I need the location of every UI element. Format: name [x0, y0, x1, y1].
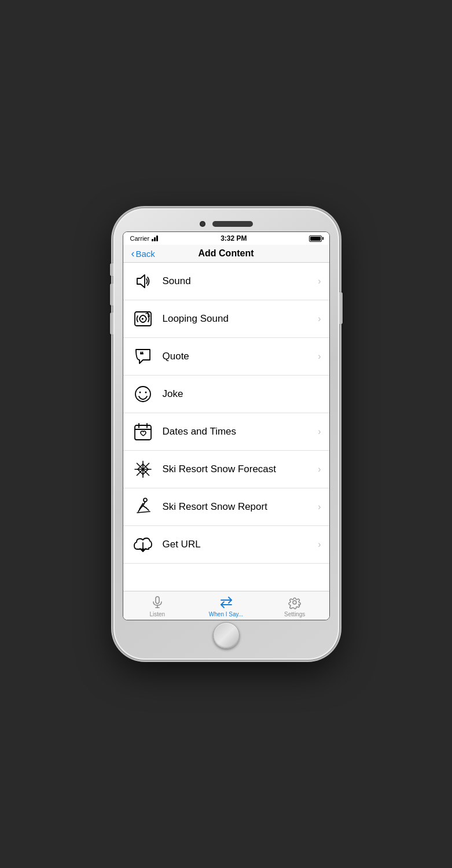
arrows-icon — [219, 595, 234, 610]
svg-rect-6 — [135, 425, 151, 440]
sound-label: Sound — [163, 275, 318, 287]
back-label: Back — [136, 249, 155, 259]
top-bar — [123, 218, 330, 231]
volume-up-button[interactable] — [110, 284, 113, 306]
content-list: Sound › Looping So — [123, 263, 329, 591]
ski-forecast-chevron: › — [318, 464, 321, 475]
tab-when-i-say-label: When I Say... — [209, 611, 243, 617]
page-title: Add Content — [179, 248, 274, 259]
svg-marker-0 — [137, 275, 145, 288]
svg-point-22 — [144, 498, 147, 502]
sound-icon — [130, 269, 156, 294]
get-url-chevron: › — [318, 539, 321, 550]
status-bar: Carrier 3:32 PM — [123, 232, 329, 245]
svg-line-26 — [146, 508, 149, 510]
joke-icon — [130, 381, 156, 407]
gear-icon — [287, 595, 302, 610]
list-item-ski-report[interactable]: Ski Resort Snow Report › — [123, 488, 329, 526]
empty-row-1 — [123, 564, 329, 591]
dates-times-label: Dates and Times — [163, 426, 318, 437]
tab-listen-label: Listen — [149, 611, 165, 617]
tab-settings[interactable]: Settings — [260, 595, 329, 617]
ski-forecast-label: Ski Resort Snow Forecast — [163, 464, 318, 475]
list-item-dates-times[interactable]: Dates and Times › — [123, 413, 329, 451]
battery-fill — [310, 237, 321, 241]
screen: Carrier 3:32 PM ‹ Back Add Content — [123, 231, 330, 620]
wifi-icon — [152, 236, 158, 241]
phone-device: Carrier 3:32 PM ‹ Back Add Content — [113, 208, 339, 660]
svg-line-24 — [143, 506, 146, 508]
svg-point-5 — [145, 392, 146, 393]
looping-sound-icon — [130, 306, 156, 332]
ski-report-chevron: › — [318, 502, 321, 512]
get-url-label: Get URL — [163, 539, 318, 550]
tab-when-i-say[interactable]: When I Say... — [192, 595, 260, 617]
quote-label: Quote — [163, 351, 318, 362]
tab-bar: Listen When I Say... — [123, 591, 329, 620]
list-item-quote[interactable]: ❝ Quote › — [123, 338, 329, 376]
power-button[interactable] — [339, 292, 343, 324]
looping-sound-label: Looping Sound — [163, 313, 318, 325]
joke-label: Joke — [163, 388, 321, 400]
home-button[interactable] — [213, 622, 240, 649]
speaker — [212, 221, 253, 227]
carrier-info: Carrier — [130, 235, 159, 242]
volume-down-button[interactable] — [110, 312, 113, 334]
list-item-joke[interactable]: Joke — [123, 376, 329, 413]
ski-report-label: Ski Resort Snow Report — [163, 501, 318, 513]
svg-point-36 — [293, 601, 296, 604]
battery-icon — [309, 236, 322, 242]
list-item-ski-forecast[interactable]: Ski Resort Snow Forecast › — [123, 451, 329, 488]
sound-chevron: › — [318, 276, 321, 286]
mute-switch[interactable] — [110, 263, 113, 276]
carrier-label: Carrier — [130, 235, 150, 242]
get-url-icon — [130, 532, 156, 557]
tab-listen[interactable]: Listen — [123, 595, 192, 617]
microphone-icon — [150, 595, 165, 610]
looping-sound-chevron: › — [318, 314, 321, 324]
list-item-looping-sound[interactable]: Looping Sound › — [123, 300, 329, 338]
navigation-bar: ‹ Back Add Content — [123, 245, 329, 263]
list-item-sound[interactable]: Sound › — [123, 263, 329, 300]
tab-settings-label: Settings — [284, 611, 305, 617]
list-item-get-url[interactable]: Get URL › — [123, 526, 329, 564]
quote-chevron: › — [318, 351, 321, 362]
svg-point-4 — [139, 392, 141, 393]
status-time: 3:32 PM — [221, 234, 247, 242]
dates-times-chevron: › — [318, 426, 321, 437]
battery-indicator — [309, 236, 322, 242]
back-button[interactable]: ‹ Back — [131, 249, 179, 259]
ski-report-icon — [130, 494, 156, 520]
svg-rect-31 — [156, 597, 159, 604]
svg-text:❝: ❝ — [139, 350, 144, 359]
quote-icon: ❝ — [130, 344, 156, 369]
camera — [200, 221, 205, 227]
back-chevron-icon: ‹ — [131, 248, 135, 259]
ski-forecast-icon — [130, 457, 156, 482]
dates-times-icon — [130, 419, 156, 444]
svg-line-29 — [137, 512, 150, 513]
bottom-area — [213, 620, 240, 650]
